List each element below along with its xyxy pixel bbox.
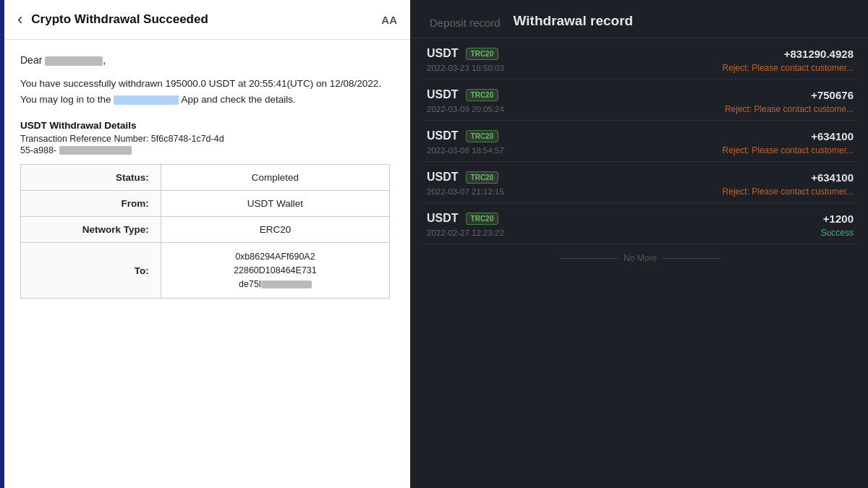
status-reject: Reject: Please contact customer... <box>723 187 854 197</box>
item-currency-row: USDT TRC20 <box>427 171 498 184</box>
item-currency-row: USDT TRC20 <box>427 212 498 225</box>
status-label: Status: <box>21 165 161 191</box>
email-header: ‹ Crypto Withdrawal Succeeded AA <box>0 0 410 40</box>
amount-value: +1200 <box>823 213 854 225</box>
email-title: Crypto Withdrawal Succeeded <box>31 12 381 27</box>
item-timestamp: 2022-03-08 18:54:57 <box>427 146 504 155</box>
section-title: USDT Withdrawal Details <box>20 120 390 131</box>
item-timestamp: 2022-03-07 21:12:15 <box>427 187 504 196</box>
item-timestamp: 2022-02-27 12:23:22 <box>427 228 504 237</box>
item-row-bottom: 2022-03-23 16:50:03 Reject: Please conta… <box>427 63 854 73</box>
txn-ref-redacted <box>59 146 132 155</box>
tab-deposit[interactable]: Deposit record <box>430 17 501 29</box>
to-value: 0xb86294AFf690A222860D108464E731de75l <box>161 243 389 299</box>
no-more-indicator: No More <box>424 244 856 269</box>
to-label: To: <box>21 243 161 299</box>
left-panel: ‹ Crypto Withdrawal Succeeded AA Dear , … <box>0 0 412 488</box>
item-currency-row: USDT TRC20 <box>427 47 498 60</box>
item-currency-row: USDT TRC20 <box>427 88 498 101</box>
item-row-bottom: 2022-02-27 12:23:22 Success <box>427 228 854 238</box>
network-value: ERC20 <box>161 217 389 243</box>
item-row-bottom: 2022-03-09 20:05:24 Reject: Please conta… <box>427 104 854 114</box>
status-success: Success <box>821 228 854 238</box>
trc20-badge: TRC20 <box>466 213 499 225</box>
trc20-badge: TRC20 <box>466 171 499 184</box>
item-row-top: USDT TRC20 +1200 <box>427 212 854 225</box>
item-row-bottom: 2022-03-07 21:12:15 Reject: Please conta… <box>427 187 854 197</box>
list-item: USDT TRC20 +634100 2022-03-08 18:54:57 R… <box>424 121 856 162</box>
amount-value: +750676 <box>811 89 854 101</box>
txn-ref-line1: Transaction Reference Number: 5f6c8748-1… <box>20 134 390 144</box>
amount-value: +831290.4928 <box>784 48 854 60</box>
to-address-redacted <box>261 281 312 288</box>
txn-ref-prefix: 55-a988- <box>20 145 56 155</box>
status-reject: Reject: Please contact customer... <box>723 63 854 73</box>
txn-ref-line2: 55-a988- <box>20 145 390 155</box>
from-label: From: <box>21 191 161 217</box>
item-currency-row: USDT TRC20 <box>427 129 498 142</box>
currency-label: USDT <box>427 171 459 184</box>
right-panel: Deposit record Withdrawal record USDT TR… <box>412 0 868 488</box>
status-reject: Reject: Please contact custome... <box>725 104 854 114</box>
item-row-bottom: 2022-03-08 18:54:57 Reject: Please conta… <box>427 145 854 155</box>
item-row-top: USDT TRC20 +634100 <box>427 171 854 184</box>
email-content: Dear , You have successfully withdrawn 1… <box>0 40 410 488</box>
tab-withdrawal[interactable]: Withdrawal record <box>514 13 634 29</box>
email-body: You have successfully withdrawn 195000.0… <box>20 76 390 107</box>
table-row-status: Status: Completed <box>21 165 390 191</box>
status-value: Completed <box>161 165 389 191</box>
item-row-top: USDT TRC20 +634100 <box>427 129 854 142</box>
item-timestamp: 2022-03-09 20:05:24 <box>427 105 504 114</box>
no-more-line-right <box>663 258 720 259</box>
item-row-top: USDT TRC20 +750676 <box>427 88 854 101</box>
back-icon[interactable]: ‹ <box>17 10 22 29</box>
list-item: USDT TRC20 +750676 2022-03-09 20:05:24 R… <box>424 80 856 121</box>
body-text-after: App and check the details. <box>181 94 295 105</box>
left-border-decoration <box>0 0 4 488</box>
table-row-from: From: USDT Wallet <box>21 191 390 217</box>
table-row-to: To: 0xb86294AFf690A222860D108464E731de75… <box>21 243 390 299</box>
no-more-text: No More <box>624 253 657 263</box>
greeting-line: Dear , <box>20 54 390 66</box>
trc20-badge: TRC20 <box>466 89 499 101</box>
table-row-network: Network Type: ERC20 <box>21 217 390 243</box>
currency-label: USDT <box>427 47 459 60</box>
right-header: Deposit record Withdrawal record <box>412 0 868 38</box>
withdrawal-details-table: Status: Completed From: USDT Wallet Netw… <box>20 164 390 299</box>
aa-button[interactable]: AA <box>381 14 397 26</box>
greeting-text: Dear <box>20 54 42 66</box>
item-timestamp: 2022-03-23 16:50:03 <box>427 64 504 72</box>
trc20-badge: TRC20 <box>466 130 499 142</box>
item-row-top: USDT TRC20 +831290.4928 <box>427 47 854 60</box>
amount-value: +634100 <box>811 130 854 142</box>
status-reject: Reject: Please contact customer... <box>723 145 854 155</box>
no-more-line-left <box>560 258 618 259</box>
list-item: USDT TRC20 +634100 2022-03-07 21:12:15 R… <box>424 162 856 203</box>
currency-label: USDT <box>427 212 459 225</box>
recipient-name-redacted <box>45 56 103 66</box>
currency-label: USDT <box>427 129 459 142</box>
trc20-badge: TRC20 <box>466 48 499 60</box>
network-label: Network Type: <box>21 217 161 243</box>
currency-label: USDT <box>427 88 459 101</box>
from-value: USDT Wallet <box>161 191 389 217</box>
list-item: USDT TRC20 +831290.4928 2022-03-23 16:50… <box>424 38 856 80</box>
list-item: USDT TRC20 +1200 2022-02-27 12:23:22 Suc… <box>424 203 856 244</box>
withdrawal-list: USDT TRC20 +831290.4928 2022-03-23 16:50… <box>412 38 868 488</box>
app-link-redacted <box>114 95 179 105</box>
amount-value: +634100 <box>811 171 854 184</box>
